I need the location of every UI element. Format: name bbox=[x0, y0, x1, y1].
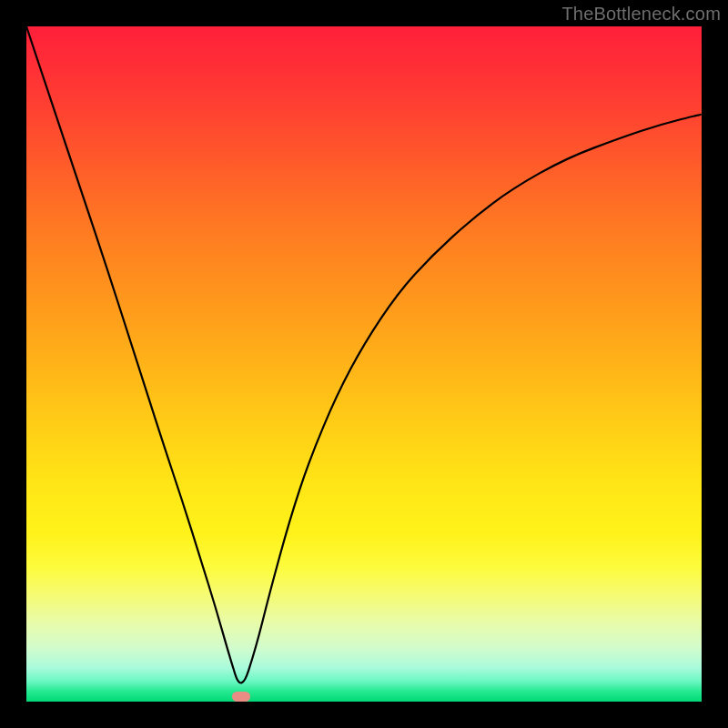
minimum-marker bbox=[232, 692, 250, 702]
watermark-text: TheBottleneck.com bbox=[561, 4, 721, 25]
bottleneck-curve bbox=[26, 26, 702, 702]
chart-stage: TheBottleneck.com bbox=[0, 0, 728, 728]
plot-area bbox=[26, 26, 702, 702]
